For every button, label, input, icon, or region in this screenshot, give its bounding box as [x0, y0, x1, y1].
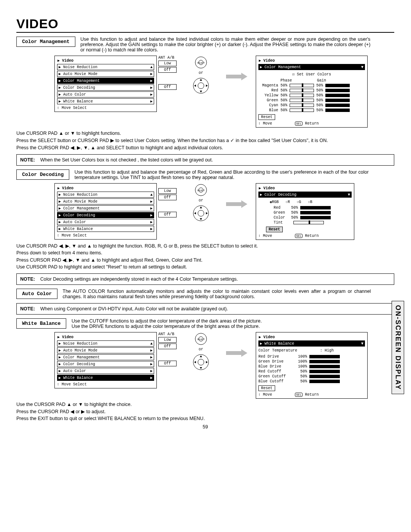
note-box: NOTE: When using Component or DVI-HDTV i…: [16, 303, 394, 315]
menu-video: ▶ Video ▶ Noise Reduction▲ ▶ Auto Movie …: [54, 183, 157, 240]
reset-button[interactable]: Reset: [266, 227, 283, 232]
remote-control-icon: SELECT or: [184, 56, 218, 95]
color-decoding-desc: Use this function to adjust and balance …: [75, 169, 369, 180]
menu-video: ▶ Video ▶ Noise Reduction▲ ▶ Auto Movie …: [54, 332, 157, 388]
menu-item: ▶ Noise Reduction▲: [57, 64, 154, 70]
svg-point-4: [198, 83, 204, 89]
menu-color-decoding: ▶ Video ▶ Color Decoding▼ ◉RGB ○R ○G ○B …: [256, 183, 354, 240]
auto-color-desc: The AUTO COLOR function automatically mo…: [63, 289, 371, 299]
menu-item-highlighted: ▶ Color Management▶: [57, 78, 154, 84]
menu-item: ▶ Auto Movie Mode▶: [57, 71, 154, 77]
side-tab: ON-SCREEN DISPLAY: [392, 301, 404, 394]
arrow-icon: [225, 56, 248, 82]
instruction: Use CURSOR PAD to highlight and select "…: [16, 264, 394, 270]
menu-color-management: ▶ Video ▶ Color Management▼ ☑ Set User C…: [256, 56, 368, 128]
color-decoding-heading: Color Decoding: [16, 169, 69, 180]
instruction: Press down to select from 4 menu items.: [16, 250, 394, 256]
svg-text:SELECT: SELECT: [197, 62, 204, 64]
menu-item: ▶ Auto Color▶: [57, 91, 154, 97]
instruction: Press CURSOR PAD ◀, ▶, ▼ and ▲ to highli…: [16, 257, 394, 263]
instruction: Use CURSOR PAD ◀, ▶, ▼ and ▲ to highligh…: [16, 243, 394, 249]
svg-point-14: [198, 359, 204, 365]
instruction: Press the CURSOR PAD ◀, ▶, ▼, ▲ and SELE…: [16, 145, 394, 150]
color-management-diagram: ▶ Video ▶ Noise Reduction▲ ▶ Auto Movie …: [54, 56, 394, 128]
reset-button[interactable]: Reset: [258, 385, 275, 391]
instruction: Press the SELECT button or CURSOR PAD ▶ …: [16, 137, 394, 143]
auto-color-heading: Auto Color: [16, 289, 57, 299]
white-balance-diagram: ▶ Video ▶ Noise Reduction▲ ▶ Auto Movie …: [54, 332, 394, 399]
submenu-heading: ▶ Color Management▼: [258, 64, 365, 70]
menu-item: ▶ Color Decoding▶: [57, 85, 154, 91]
color-management-desc: Use this function to adjust and balance …: [80, 37, 370, 53]
menu-video: ▶ Video ▶ Noise Reduction▲ ▶ Auto Movie …: [54, 56, 157, 112]
instruction: Press the EXIT button to quit or select …: [16, 416, 394, 421]
white-balance-desc: Use the CUTOFF functions to adjust the c…: [72, 318, 366, 329]
note-box: NOTE: Color Decoding settings are indepe…: [16, 273, 394, 285]
remote-control-icon: SELECT or: [184, 332, 218, 371]
color-management-heading: Color Management: [16, 37, 75, 47]
svg-text:SELECT: SELECT: [197, 189, 204, 192]
note-box: NOTE: When the Set User Colors box is no…: [16, 154, 394, 166]
arrow-icon: [225, 183, 248, 210]
color-decoding-diagram: ▶ Video ▶ Noise Reduction▲ ▶ Auto Movie …: [54, 183, 394, 240]
instruction: Use CURSOR PAD ▲ or ▼ to highlight funct…: [16, 131, 394, 136]
white-balance-heading: White Balance: [16, 318, 66, 329]
menu-white-balance: ▶ Video ▶ White Balance▼ Color Temperatu…: [256, 332, 368, 399]
instruction: Press the CURSOR PAD ◀ or ▶ to adjust.: [16, 409, 394, 414]
remote-control-icon: SELECT or: [184, 183, 218, 222]
page-number: 59: [16, 424, 394, 430]
arrow-icon: [225, 332, 248, 359]
svg-text:SELECT: SELECT: [197, 338, 204, 340]
page-title: VIDEO: [16, 16, 394, 33]
svg-point-9: [198, 210, 204, 216]
instruction: Use the CURSOR PAD ▲ or ▼ to highlight t…: [16, 402, 394, 407]
reset-button[interactable]: Reset: [258, 114, 275, 120]
menu-item: ▶ White Balance▶: [57, 98, 154, 104]
